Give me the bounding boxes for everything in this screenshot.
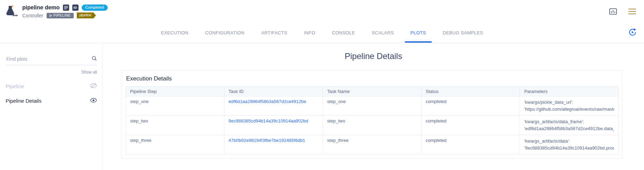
execution-details-panel: Execution Details Pipeline Step Task ID … bbox=[122, 70, 622, 159]
find-plots-search bbox=[6, 56, 97, 65]
parameter-key: 'kwargs_artifacts/data_frame': bbox=[524, 118, 614, 125]
hamburger-menu-icon[interactable] bbox=[628, 8, 636, 15]
cell-task-name: step_two bbox=[323, 116, 422, 135]
cell-pipeline-step: step_two bbox=[126, 116, 225, 135]
search-input[interactable] bbox=[6, 56, 91, 62]
page-title: Pipeline Details bbox=[103, 51, 644, 61]
plot-item-label: Pipeline bbox=[6, 83, 24, 89]
col-header-pipeline-step: Pipeline Step bbox=[126, 87, 225, 96]
eye-icon[interactable] bbox=[90, 98, 97, 104]
eye-off-icon[interactable] bbox=[90, 83, 97, 89]
task-id-link[interactable]: 47b0b92e98194f3fbe7be192485f6db1 bbox=[229, 138, 319, 143]
pipeline-type-tag: PIPELINE bbox=[47, 13, 74, 18]
cell-status: completed bbox=[421, 116, 520, 135]
tab-debug-samples[interactable]: DEBUG SAMPLES bbox=[441, 23, 484, 43]
execution-details-table: Pipeline Step Task ID Task Name Status P… bbox=[125, 86, 619, 155]
cell-parameters: 'kwargs_artifacts/data': '9ec988385cd94b… bbox=[520, 135, 619, 155]
tab-plots[interactable]: PLOTS bbox=[409, 23, 427, 43]
cell-task-name: step_three bbox=[323, 135, 422, 155]
play-outline-icon bbox=[49, 14, 52, 17]
plots-sidebar: Show all Pipeline Pipeline Details bbox=[0, 43, 103, 170]
search-icon bbox=[91, 56, 97, 62]
tab-execution[interactable]: EXECUTION bbox=[160, 23, 190, 43]
cell-pipeline-step: step_three bbox=[126, 135, 225, 155]
details-list-icon[interactable] bbox=[63, 5, 69, 11]
task-id-link[interactable]: edf6d1aa29864f58b3a567d2ce4912be bbox=[229, 99, 319, 104]
details-panel-icon[interactable] bbox=[609, 8, 617, 15]
experiment-title: pipeline demo bbox=[22, 5, 60, 11]
cell-status: completed bbox=[421, 96, 520, 116]
parameter-value: 'https://github.com/allegroai/events/raw… bbox=[524, 106, 614, 113]
parameter-value: 'edf6d1aa29864f58b3a567d2ce4912be.data_f… bbox=[524, 125, 614, 132]
plot-item-label: Pipeline Details bbox=[6, 98, 41, 104]
copy-id-button[interactable]: ID bbox=[72, 5, 79, 11]
table-row: step_one edf6d1aa29864f58b3a567d2ce4912b… bbox=[126, 96, 619, 116]
tab-configuration[interactable]: CONFIGURATION bbox=[204, 23, 246, 43]
task-id-link[interactable]: 9ec988385cd94b14a39c10914aa902bd bbox=[229, 118, 319, 124]
controller-label: Controller bbox=[22, 13, 43, 18]
pipeline-type-label: PIPELINE bbox=[54, 14, 71, 17]
tab-bar: EXECUTION CONFIGURATION ARTIFACTS INFO C… bbox=[0, 23, 644, 43]
plots-main-area: Pipeline Details Execution Details Pipel… bbox=[103, 43, 644, 170]
col-header-task-id: Task ID bbox=[224, 87, 323, 96]
cell-parameters: 'kwargs_artifacts/data_frame': 'edf6d1aa… bbox=[520, 116, 619, 135]
parameter-key: 'kwargs_artifacts/data': bbox=[524, 138, 614, 145]
tab-info[interactable]: INFO bbox=[303, 23, 317, 43]
tab-scalars[interactable]: SCALARS bbox=[370, 23, 396, 43]
project-tag: pipeline bbox=[77, 12, 96, 18]
table-row: step_three 47b0b92e98194f3fbe7be192485f6… bbox=[126, 135, 619, 155]
col-header-task-name: Task Name bbox=[323, 87, 422, 96]
col-header-status: Status bbox=[421, 87, 520, 96]
sidebar-item-pipeline-details[interactable]: Pipeline Details bbox=[6, 93, 97, 108]
clearml-logo-icon bbox=[3, 4, 18, 19]
cell-status: completed bbox=[421, 135, 520, 155]
plot-list: Pipeline Pipeline Details bbox=[6, 79, 97, 108]
sidebar-item-pipeline[interactable]: Pipeline bbox=[6, 79, 97, 93]
cell-parameters: 'kwargs/pickle_data_url': 'https://githu… bbox=[520, 96, 619, 116]
table-row: step_two 9ec988385cd94b14a39c10914aa902b… bbox=[126, 116, 619, 135]
id-badge-label: ID bbox=[74, 6, 77, 9]
show-all-link[interactable]: Show all bbox=[6, 70, 97, 75]
parameter-value: '9ec988385cd94b14a39c10914aa902bd.proces… bbox=[524, 145, 614, 152]
panel-title: Execution Details bbox=[126, 75, 619, 82]
parameter-key: 'kwargs/pickle_data_url': bbox=[524, 99, 614, 106]
cell-pipeline-step: step_one bbox=[126, 96, 225, 116]
tab-console[interactable]: CONSOLE bbox=[331, 23, 356, 43]
tab-artifacts[interactable]: ARTIFACTS bbox=[260, 23, 289, 43]
cell-task-name: step_one bbox=[323, 96, 422, 116]
app-header: pipeline demo ID Completed Controller PI… bbox=[0, 0, 644, 23]
status-badge: Completed bbox=[82, 5, 108, 11]
auto-refresh-icon[interactable] bbox=[628, 28, 637, 38]
table-header-row: Pipeline Step Task ID Task Name Status P… bbox=[126, 87, 619, 96]
col-header-parameters: Parameters bbox=[520, 87, 619, 96]
